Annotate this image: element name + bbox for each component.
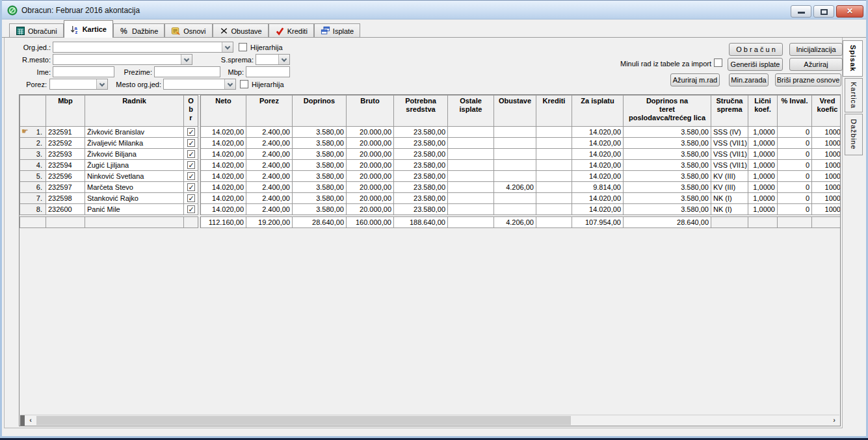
org-jed-combo[interactable] xyxy=(53,42,233,53)
cell-mbp[interactable]: 232597 xyxy=(46,182,85,193)
cell-koef[interactable]: 1,0000 xyxy=(748,204,778,215)
col-header-porez[interactable]: Porez xyxy=(246,96,293,127)
cell-krediti[interactable] xyxy=(536,182,572,193)
cell-ostale[interactable] xyxy=(448,138,494,149)
cell-mbp[interactable]: 232596 xyxy=(46,171,85,182)
cell-krediti[interactable] xyxy=(536,160,572,171)
horizontal-scrollbar[interactable]: ‹ › xyxy=(20,415,839,425)
maximize-button[interactable] xyxy=(813,5,834,18)
cell-obustave[interactable] xyxy=(494,193,536,204)
cell-inval[interactable]: 0 xyxy=(778,171,812,182)
cell-mbp[interactable]: 232598 xyxy=(46,193,85,204)
cell-neto[interactable]: 14.020,00 xyxy=(201,160,246,171)
cell-neto[interactable]: 14.020,00 xyxy=(201,149,246,160)
cell-porez[interactable]: 2.400,00 xyxy=(246,149,293,160)
cell-ostale[interactable] xyxy=(448,182,494,193)
cell-vred[interactable]: 1000 xyxy=(812,193,841,204)
cell-sprema[interactable]: NK (I) xyxy=(711,193,748,204)
minimize-button[interactable] xyxy=(791,5,811,18)
minuli-rad-checkbox[interactable] xyxy=(714,58,722,67)
cell-doprinos_teret[interactable]: 3.580,00 xyxy=(624,204,711,215)
cell-potrebna[interactable]: 23.580,00 xyxy=(394,171,448,182)
cell-doprinos[interactable]: 3.580,00 xyxy=(293,149,347,160)
hijerarhija2-checkbox[interactable] xyxy=(240,80,248,88)
cell-neto[interactable]: 14.020,00 xyxy=(201,127,246,138)
cell-ostale[interactable] xyxy=(448,204,494,215)
tab-krediti[interactable]: Krediti xyxy=(269,23,314,38)
row-selector[interactable]: 2. xyxy=(20,138,46,149)
tab-obra-uni[interactable]: Obračuni xyxy=(9,23,64,38)
tab-obustave[interactable]: Obustave xyxy=(213,23,269,38)
chevron-down-icon[interactable] xyxy=(222,42,233,52)
col-header-za_isplatu[interactable]: Za isplatu xyxy=(572,96,624,127)
cell-vred[interactable]: 1000 xyxy=(812,171,841,182)
cell-bruto[interactable]: 20.000,00 xyxy=(347,204,394,215)
tab-osnovi[interactable]: Osnovi xyxy=(164,23,212,38)
azuriraj-button[interactable]: Ažuriraj xyxy=(789,58,843,71)
inicijalizacija-button[interactable]: Inicijalizacija xyxy=(789,43,843,56)
cell-vred[interactable]: 1000 xyxy=(812,160,841,171)
cell-porez[interactable]: 2.400,00 xyxy=(246,127,293,138)
col-header-selector[interactable] xyxy=(20,96,46,127)
col-header-mbp[interactable]: Mbp xyxy=(46,96,85,127)
cell-sprema[interactable]: NK (I) xyxy=(711,204,748,215)
cell-sprema[interactable]: VSS (VII1) xyxy=(711,149,748,160)
cell-neto[interactable]: 14.020,00 xyxy=(201,204,246,215)
col-header-ostale[interactable]: Ostale isplate xyxy=(448,96,494,127)
cell-doprinos[interactable]: 3.580,00 xyxy=(293,138,347,149)
col-header-vred[interactable]: Vred koefic xyxy=(812,96,841,127)
cell-radnik[interactable]: Stanković Rajko xyxy=(85,193,184,204)
cell-vred[interactable]: 1000 xyxy=(812,127,841,138)
close-button[interactable]: ✕ xyxy=(836,5,863,18)
hijerarhija1-checkbox[interactable] xyxy=(239,43,247,51)
obr-checkbox[interactable] xyxy=(187,161,195,169)
scroll-left-button[interactable]: ‹ xyxy=(25,415,36,426)
col-header-obustave[interactable]: Obustave xyxy=(494,96,536,127)
side-tab-kartica[interactable]: Kartica xyxy=(845,78,863,112)
cell-radnik[interactable]: Ninković Svetlana xyxy=(85,171,184,182)
cell-bruto[interactable]: 20.000,00 xyxy=(347,138,394,149)
cell-neto[interactable]: 14.020,00 xyxy=(201,171,246,182)
cell-obustave[interactable] xyxy=(494,127,536,138)
row-selector[interactable]: 5. xyxy=(20,171,46,182)
prezime-input[interactable] xyxy=(154,66,220,77)
cell-inval[interactable]: 0 xyxy=(778,149,812,160)
cell-doprinos_teret[interactable]: 3.580,00 xyxy=(624,127,711,138)
col-header-bruto[interactable]: Bruto xyxy=(347,96,394,127)
cell-porez[interactable]: 2.400,00 xyxy=(246,204,293,215)
cell-vred[interactable]: 1000 xyxy=(812,182,841,193)
cell-doprinos_teret[interactable]: 3.580,00 xyxy=(624,138,711,149)
col-header-doprinos[interactable]: Doprinos xyxy=(293,96,347,127)
cell-obustave[interactable] xyxy=(494,138,536,149)
cell-radnik[interactable]: Žugić Ljiljana xyxy=(85,160,184,171)
cell-sprema[interactable]: VSS (VII1) xyxy=(711,138,748,149)
cell-neto[interactable]: 14.020,00 xyxy=(201,193,246,204)
cell-vred[interactable]: 1000 xyxy=(812,149,841,160)
cell-mbp[interactable]: 232592 xyxy=(46,138,85,149)
cell-inval[interactable]: 0 xyxy=(778,204,812,215)
mbp-input[interactable] xyxy=(246,66,290,77)
cell-krediti[interactable] xyxy=(536,138,572,149)
cell-za_isplatu[interactable]: 14.020,00 xyxy=(572,160,624,171)
cell-porez[interactable]: 2.400,00 xyxy=(246,160,293,171)
obr-checkbox[interactable] xyxy=(187,194,195,202)
cell-inval[interactable]: 0 xyxy=(778,127,812,138)
cell-koef[interactable]: 1,0000 xyxy=(748,182,778,193)
cell-za_isplatu[interactable]: 9.814,00 xyxy=(572,182,624,193)
cell-krediti[interactable] xyxy=(536,193,572,204)
cell-sprema[interactable]: VSS (VII1) xyxy=(711,160,748,171)
obr-checkbox[interactable] xyxy=(187,183,195,191)
side-tab-dazbine[interactable]: Dažbine xyxy=(845,114,863,155)
cell-porez[interactable]: 2.400,00 xyxy=(246,193,293,204)
row-selector[interactable]: 6. xyxy=(20,182,46,193)
porez-combo[interactable] xyxy=(49,79,108,90)
col-header-inval[interactable]: % Inval. xyxy=(778,96,812,127)
row-selector[interactable]: 7. xyxy=(20,193,46,204)
min-zarada-button[interactable]: Min.zarada xyxy=(729,73,769,86)
obr-checkbox[interactable] xyxy=(187,128,195,136)
cell-mbp[interactable]: 232594 xyxy=(46,160,85,171)
splitter-handle[interactable] xyxy=(20,415,25,426)
cell-potrebna[interactable]: 23.580,00 xyxy=(394,149,448,160)
cell-doprinos[interactable]: 3.580,00 xyxy=(293,171,347,182)
cell-porez[interactable]: 2.400,00 xyxy=(246,171,293,182)
